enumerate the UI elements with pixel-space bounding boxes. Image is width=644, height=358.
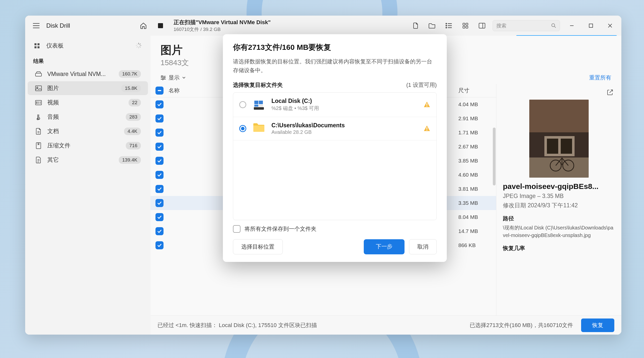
svg-rect-23 <box>529 100 589 132</box>
open-external-icon[interactable] <box>607 89 615 97</box>
row-checkbox[interactable] <box>155 129 164 137</box>
row-checkbox[interactable] <box>155 241 164 249</box>
svg-rect-26 <box>547 139 558 154</box>
sidebar-item-icon <box>35 113 42 121</box>
app-title: Disk Drill <box>46 22 70 29</box>
preview-filename: pavel-moiseev-gqipBEs8... <box>503 182 615 191</box>
select-all-checkbox[interactable] <box>155 87 164 95</box>
row-size: 14.7 MB <box>458 228 491 234</box>
stop-scan-button[interactable] <box>154 20 167 32</box>
sidebar-item-icon <box>35 85 42 92</box>
sidebar-item-6[interactable]: 其它 139.4K <box>28 153 148 167</box>
filter-label: 显示 <box>169 74 180 82</box>
sidebar-item-3[interactable]: 音频 283 <box>28 110 148 124</box>
panel-toggle-icon[interactable] <box>476 20 488 32</box>
minimize-button[interactable] <box>565 18 579 33</box>
search-input[interactable]: 搜索 <box>493 20 560 31</box>
sidebar-item-1[interactable]: 图片 15.8K <box>28 81 148 95</box>
hamburger-icon[interactable] <box>32 22 40 30</box>
search-icon <box>551 23 556 28</box>
svg-rect-6 <box>466 26 468 28</box>
home-icon[interactable] <box>137 20 149 32</box>
footer-selected: 已选择2713文件(160 MB)，共160710文件 <box>470 322 573 329</box>
svg-rect-4 <box>466 23 468 25</box>
recover-button[interactable]: 恢复 <box>581 319 614 332</box>
destination-radio[interactable] <box>239 125 246 132</box>
sidebar-item-2[interactable]: 视频 22 <box>28 96 148 109</box>
sidebar-item-4[interactable]: 文档 4.4K <box>28 124 148 138</box>
preview-panel: pavel-moiseev-gqipBEs8... JPEG Image – 3… <box>496 84 621 315</box>
sidebar-item-label: 压缩文件 <box>47 142 70 149</box>
row-checkbox[interactable] <box>155 114 164 123</box>
close-button[interactable] <box>603 18 617 33</box>
svg-rect-39 <box>427 130 427 131</box>
file-view-icon[interactable] <box>410 20 422 32</box>
grid-view-icon[interactable] <box>459 20 471 32</box>
warning-icon <box>423 125 430 132</box>
search-placeholder: 搜索 <box>496 22 551 29</box>
svg-rect-7 <box>479 23 485 28</box>
row-size: 8.04 MB <box>458 214 491 220</box>
row-checkbox[interactable] <box>155 100 164 108</box>
sidebar-item-badge: 4.4K <box>124 128 141 135</box>
row-checkbox[interactable] <box>155 227 164 235</box>
filter-button[interactable]: 显示 <box>160 74 186 82</box>
footer-elapsed: 已经过 <1m. 快速扫描： Local Disk (C:), 175510 文… <box>157 322 470 329</box>
column-size[interactable]: 尺寸 <box>458 87 491 94</box>
disk-icon <box>253 99 265 111</box>
row-checkbox[interactable] <box>155 171 164 179</box>
destination-row[interactable]: C:\Users\lukas\Documents Available 28.2 … <box>233 117 436 140</box>
row-checkbox[interactable] <box>155 157 164 165</box>
svg-rect-19 <box>36 143 41 149</box>
svg-rect-9 <box>589 24 593 27</box>
folder-view-icon[interactable] <box>426 20 438 32</box>
destination-name: Local Disk (C:) <box>271 98 417 104</box>
modal-description: 请选择数据恢复的目标位置。我们强烈建议将内容恢复至不同于扫描设备的另一台存储设备… <box>233 57 437 75</box>
next-button[interactable]: 下一步 <box>364 239 405 254</box>
row-size: 2.67 MB <box>458 144 491 150</box>
row-checkbox[interactable] <box>155 213 164 221</box>
svg-rect-12 <box>34 46 36 48</box>
row-checkbox[interactable] <box>155 185 164 193</box>
row-checkbox[interactable] <box>155 143 164 151</box>
svg-rect-10 <box>34 43 36 45</box>
svg-rect-34 <box>259 105 263 107</box>
svg-point-20 <box>162 76 163 77</box>
modal-title: 你有2713文件/160 MB要恢复 <box>233 42 437 53</box>
row-checkbox[interactable] <box>155 199 164 207</box>
svg-rect-27 <box>561 139 572 154</box>
save-one-folder-label: 将所有文件保存到一个文件夹 <box>245 225 316 233</box>
sidebar-item-icon <box>35 128 42 135</box>
svg-rect-32 <box>259 101 263 104</box>
svg-rect-31 <box>254 101 258 104</box>
maximize-button[interactable] <box>584 18 598 33</box>
svg-rect-14 <box>35 73 42 76</box>
destination-radio[interactable] <box>239 101 246 108</box>
sidebar-item-badge: 716 <box>126 142 141 149</box>
content-title: 图片 <box>160 43 183 58</box>
scrollbar[interactable] <box>493 128 496 185</box>
filter-icon <box>160 75 166 80</box>
destination-list: Local Disk (C:) %2$ 磁盘 • %3$ 可用 C:\Users… <box>233 92 437 220</box>
row-size: 4.04 MB <box>458 101 491 107</box>
sidebar-item-0[interactable]: VMware Virtual NVM... 160.7K <box>28 67 148 81</box>
row-size: 4.60 MB <box>458 172 491 178</box>
sidebar-section-results: 结果 <box>25 53 150 67</box>
sidebar-item-label: 其它 <box>47 156 59 164</box>
list-view-icon[interactable] <box>443 20 455 32</box>
svg-point-22 <box>162 79 164 80</box>
cancel-button[interactable]: 取消 <box>409 239 437 254</box>
save-one-folder-checkbox[interactable] <box>233 225 240 233</box>
sidebar-dashboard[interactable]: 仪表板 <box>25 38 150 53</box>
reset-all-button[interactable]: 重置所有 <box>589 74 611 82</box>
sidebar-item-5[interactable]: 压缩文件 716 <box>28 139 148 152</box>
sidebar-item-icon <box>35 156 42 164</box>
dest-header-label: 选择恢复目标文件夹 <box>233 81 283 89</box>
row-size: 3.81 MB <box>458 186 491 192</box>
sidebar-item-badge: 283 <box>126 113 141 121</box>
choose-location-button[interactable]: 选择目标位置 <box>233 239 283 254</box>
destination-row[interactable]: Local Disk (C:) %2$ 磁盘 • %3$ 可用 <box>233 93 436 117</box>
svg-rect-28 <box>529 157 589 178</box>
preview-path-value: \现有的\Local Disk (C)\Users\lukas\Download… <box>503 224 615 239</box>
folder-icon <box>253 123 265 135</box>
